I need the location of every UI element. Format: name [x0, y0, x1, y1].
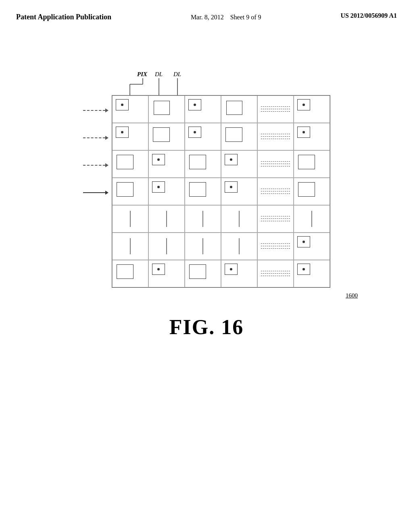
cell-r3c5 [257, 150, 294, 178]
cell-r6c4 [221, 233, 257, 260]
cell-r7c1 [112, 260, 148, 287]
dashes-r1c5 [258, 103, 293, 115]
pix-box-r2c4 [225, 127, 242, 142]
arrow-row-5 [83, 206, 108, 234]
vline-r5c6 [311, 211, 312, 227]
cell-r1c6 [294, 96, 330, 123]
cell-r7c5 [257, 260, 294, 287]
cell-r2c5 [257, 123, 294, 150]
publication-label: Patent Application Publication [16, 12, 111, 22]
cell-r4c4 [221, 178, 257, 205]
vline-r6c4 [239, 238, 240, 254]
vline-r5c4 [239, 211, 240, 227]
arrow-row-2 [83, 124, 108, 152]
dot-r6c6 [302, 241, 305, 243]
dashed-arrow-1 [83, 108, 108, 112]
cell-r7c6 [294, 260, 330, 287]
dashes-r4c5 [258, 185, 293, 197]
cell-r7c2 [148, 260, 185, 287]
cell-r4c5 [257, 178, 294, 205]
pix-label: PIX [137, 71, 147, 78]
pix-box-r4c3 [189, 182, 206, 197]
dashes-r5c5 [258, 213, 293, 224]
dot-r4c4 [230, 186, 232, 188]
pix-box-r7c6 [297, 264, 310, 275]
arrow-row-1 [83, 97, 108, 124]
dot-r2c6 [302, 131, 305, 133]
dashes-r6c5 [258, 240, 293, 252]
pix-box-r1c3 [188, 99, 201, 110]
pix-box-r7c3 [189, 264, 206, 279]
cell-r3c6 [294, 150, 330, 178]
pix-box-r1c6 [297, 99, 310, 110]
cell-r4c6 [294, 178, 330, 205]
pix-box-r4c1 [117, 182, 133, 197]
pix-box-r6c6 [297, 236, 310, 247]
cell-r2c4 [221, 123, 257, 150]
arrow-row-7 [83, 261, 108, 289]
cell-r1c4 [221, 96, 257, 123]
pix-box-r2c1 [116, 127, 129, 138]
pix-box-r4c4 [225, 181, 238, 193]
cell-r1c2 [148, 96, 185, 123]
pix-box-r3c6 [298, 155, 315, 169]
page-header: Patent Application Publication Mar. 8, 2… [0, 0, 413, 23]
pix-box-r2c6 [297, 127, 310, 138]
dashes-r7c5 [258, 268, 293, 279]
figure-label: FIG. 16 [169, 315, 244, 339]
cell-r4c3 [185, 178, 221, 205]
pix-box-r2c2 [153, 127, 170, 142]
cell-r1c1 [112, 96, 148, 123]
cell-r1c5 [257, 96, 294, 123]
dl-label-2: DL [173, 71, 181, 78]
solid-arrow-1 [83, 191, 108, 195]
pub-date: Mar. 8, 2012 [191, 14, 224, 21]
cell-r6c2 [148, 233, 185, 260]
arrow-row-6 [83, 234, 108, 261]
pix-box-r2c3 [188, 127, 201, 138]
cell-r3c1 [112, 150, 148, 178]
pix-box-r3c1 [117, 155, 133, 169]
dot-r1c1 [121, 104, 123, 106]
pix-box-r7c4 [225, 264, 238, 275]
vline-r6c3 [202, 238, 203, 254]
cell-r2c6 [294, 123, 330, 150]
cell-r2c2 [148, 123, 185, 150]
pix-box-r7c2 [152, 264, 165, 275]
cell-r5c3 [185, 205, 221, 233]
arrow-row-4 [83, 179, 108, 206]
cell-r4c1 [112, 178, 148, 205]
cell-r5c6 [294, 205, 330, 233]
pix-box-r4c2 [152, 181, 165, 193]
pix-box-r3c2 [152, 154, 165, 165]
arrows-column [83, 97, 108, 289]
pix-box-r3c4 [225, 154, 238, 165]
grid-container [83, 95, 330, 289]
bracket-lines [126, 78, 227, 95]
pix-box-r1c4 [226, 101, 242, 115]
cell-r5c5 [257, 205, 294, 233]
dot-r1c6 [302, 104, 305, 106]
pix-box-r3c3 [189, 155, 206, 169]
pix-box-r4c6 [298, 182, 315, 197]
patent-number: US 2012/0056909 A1 [340, 12, 397, 19]
cell-r5c2 [148, 205, 185, 233]
dot-r1c3 [194, 104, 196, 106]
vline-r5c1 [130, 211, 131, 227]
dashed-arrow-2 [83, 136, 108, 140]
cell-r4c2 [148, 178, 185, 205]
cell-r6c6 [294, 233, 330, 260]
dot-r2c3 [194, 131, 196, 133]
dashes-r2c5 [258, 131, 293, 142]
vline-r6c1 [130, 238, 131, 254]
dashes-r3c5 [258, 158, 293, 170]
dot-r7c4 [230, 268, 232, 270]
cell-r6c3 [185, 233, 221, 260]
sheet-info: Sheet 9 of 9 [230, 14, 261, 21]
dot-r4c2 [157, 186, 160, 188]
cell-r7c4 [221, 260, 257, 287]
dot-r3c2 [157, 158, 160, 161]
publication-date-sheet: Mar. 8, 2012 Sheet 9 of 9 [191, 12, 261, 23]
pixel-grid [112, 95, 330, 288]
dot-r7c6 [302, 268, 305, 270]
